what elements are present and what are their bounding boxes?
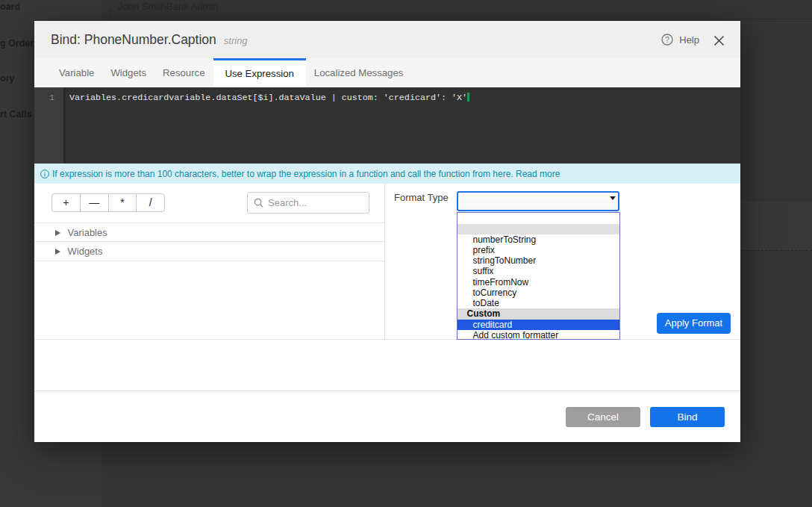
svg-text:?: ? (665, 36, 669, 44)
